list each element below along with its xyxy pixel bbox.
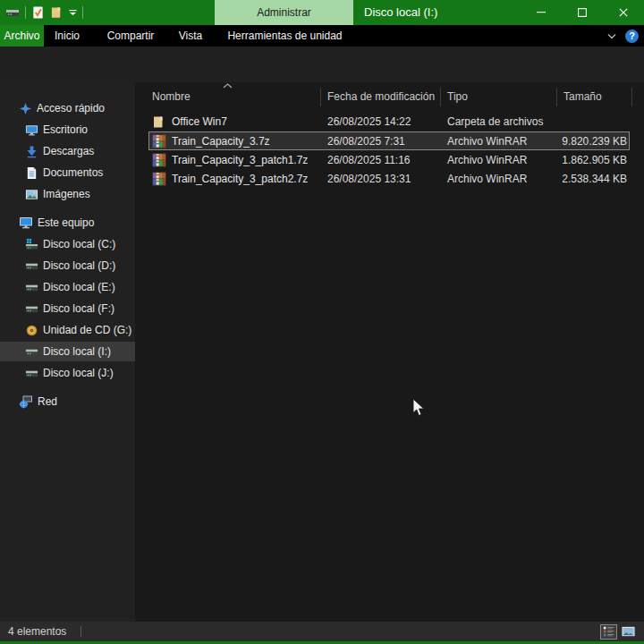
- sidebar-item-acceso-rapido[interactable]: Acceso rápido: [0, 98, 154, 118]
- drive-icon: [25, 345, 38, 359]
- file-name: Train_Capacity_3_patch1.7z: [172, 154, 308, 166]
- file-modified: 26/08/2025 13:31: [320, 169, 440, 188]
- winrar-archive-icon: [152, 134, 166, 148]
- status-divider: [80, 626, 81, 637]
- window-title: Disco local (I:): [364, 0, 437, 25]
- sort-ascending-icon: [223, 83, 233, 89]
- network-icon: [19, 394, 33, 409]
- computer-icon: [19, 216, 33, 230]
- explorer-window: Administrar Disco local (I:) Archivo Ini…: [0, 0, 644, 644]
- tab-vista[interactable]: Vista: [171, 25, 210, 47]
- file-type: Archivo WinRAR: [440, 169, 556, 188]
- file-modified: 26/08/2025 14:22: [320, 112, 440, 131]
- contextual-tab-administrar[interactable]: Administrar: [215, 0, 353, 25]
- title-bar: Administrar Disco local (I:): [0, 0, 644, 25]
- file-type: Archivo WinRAR: [440, 131, 556, 150]
- drive-icon: [25, 302, 38, 316]
- sidebar-item-este-equipo[interactable]: Este equipo: [0, 213, 154, 233]
- drive-icon: [25, 281, 38, 294]
- properties-check-icon[interactable]: [31, 5, 45, 20]
- navigation-toolbar: Este equipo Disco local (I:): [0, 47, 644, 82]
- downloads-icon: [25, 145, 38, 158]
- quick-access-star-icon: [19, 102, 32, 115]
- file-name: Office Win7: [172, 115, 227, 128]
- maximize-icon: [578, 8, 587, 17]
- quick-access-toolbar: [0, 0, 83, 25]
- file-row-train-capacity-3-patch2[interactable]: Train_Capacity_3_patch2.7z 26/08/2025 13…: [135, 169, 644, 188]
- help-icon[interactable]: ?: [625, 30, 639, 43]
- column-header-fecha[interactable]: Fecha de modificación: [320, 85, 440, 108]
- sidebar-item-red[interactable]: Red: [0, 392, 154, 411]
- file-row-train-capacity-3-patch1[interactable]: Train_Capacity_3_patch1.7z 26/08/2025 11…: [135, 150, 644, 169]
- drive-icon: [25, 367, 38, 380]
- file-modified: 26/08/2025 11:16: [320, 150, 440, 169]
- ribbon-expand-chevron-icon[interactable]: [607, 33, 616, 39]
- file-size: 9.820.239 KB: [556, 131, 631, 150]
- pictures-icon: [25, 188, 38, 201]
- drive-icon: [25, 259, 38, 273]
- winrar-archive-icon: [152, 153, 166, 167]
- maximize-button[interactable]: [562, 0, 603, 25]
- tab-herramientas-de-unidad[interactable]: Herramientas de unidad: [221, 25, 349, 47]
- column-headers: Nombre Fecha de modificación Tipo Tamaño: [135, 85, 644, 108]
- file-type: Archivo WinRAR: [440, 150, 556, 169]
- navigation-pane: Acceso rápido Escritorio Descargas Docum…: [0, 82, 135, 622]
- column-divider[interactable]: [440, 88, 441, 106]
- column-divider[interactable]: [556, 88, 557, 106]
- contextual-tab-label: Administrar: [257, 6, 311, 19]
- documents-icon: [25, 166, 38, 180]
- new-folder-icon[interactable]: [50, 5, 64, 20]
- file-size: 2.538.344 KB: [556, 169, 631, 188]
- cd-drive-icon: [25, 324, 38, 337]
- file-name: Train_Capacity_3_patch2.7z: [172, 173, 308, 185]
- qat-customize-chevron-icon[interactable]: [69, 9, 77, 16]
- file-type: Carpeta de archivos: [440, 112, 556, 131]
- column-header-tipo[interactable]: Tipo: [440, 85, 556, 108]
- file-size: [556, 112, 631, 131]
- file-size: 1.862.905 KB: [556, 150, 631, 169]
- thumbnails-view-button[interactable]: [620, 624, 637, 640]
- winrar-archive-icon: [152, 172, 166, 186]
- item-count: 4 elementos: [0, 625, 66, 638]
- desktop-icon: [25, 123, 38, 137]
- file-row-train-capacity-3[interactable]: Train_Capacity_3.7z 26/08/2025 7:31 Arch…: [135, 131, 644, 150]
- thumbnails-view-icon: [622, 626, 635, 637]
- file-row-office-win7[interactable]: Office Win7 26/08/2025 14:22 Carpeta de …: [135, 112, 644, 131]
- tab-compartir[interactable]: Compartir: [90, 25, 171, 47]
- qat-separator: [25, 6, 26, 19]
- column-divider[interactable]: [320, 88, 321, 106]
- minimize-icon: [537, 12, 546, 13]
- ribbon-tab-row: Archivo Inicio Compartir Vista Herramien…: [0, 25, 644, 47]
- minimize-button[interactable]: [521, 0, 562, 25]
- column-header-tamano[interactable]: Tamaño: [556, 85, 631, 108]
- close-icon: [619, 8, 628, 17]
- details-view-icon: [603, 626, 615, 637]
- folder-icon: [152, 114, 166, 129]
- file-modified: 26/08/2025 7:31: [320, 131, 440, 150]
- column-divider[interactable]: [631, 88, 632, 106]
- os-drive-icon: [25, 238, 38, 251]
- qat-separator: [82, 6, 83, 19]
- status-bar: 4 elementos: [0, 622, 644, 641]
- close-button[interactable]: [603, 0, 644, 25]
- mouse-cursor: [412, 398, 426, 418]
- tab-inicio[interactable]: Inicio: [44, 25, 90, 47]
- details-view-button[interactable]: [600, 624, 617, 640]
- file-name: Train_Capacity_3.7z: [172, 135, 270, 148]
- app-drive-icon: [5, 5, 20, 20]
- tab-archivo[interactable]: Archivo: [0, 25, 44, 47]
